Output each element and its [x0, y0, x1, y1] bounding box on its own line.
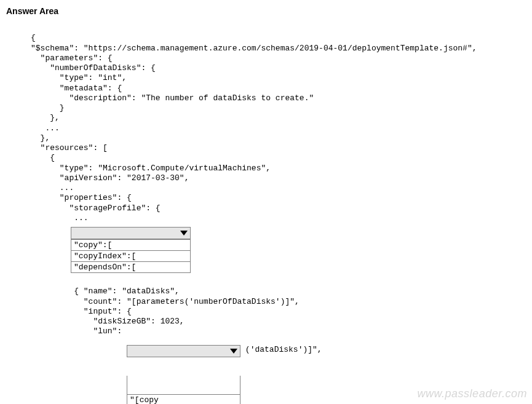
- code-line: "$schema": "https://schema.management.az…: [31, 44, 477, 53]
- chevron-down-icon: [230, 349, 237, 354]
- code-line: },: [31, 133, 50, 143]
- dropdown-2-option[interactable]: "[copy: [127, 394, 240, 404]
- chevron-down-icon: [180, 231, 188, 236]
- code-line: "parameters": {: [31, 53, 113, 63]
- code-line: "metadata": {: [31, 84, 122, 93]
- code-line: "count": "[parameters('numberOfDataDisks…: [31, 297, 300, 306]
- dropdown-2-options: "[copy "[copyIndex "[dependsOn: [127, 376, 240, 404]
- dropdown-1-option[interactable]: "dependsOn":[: [71, 261, 190, 272]
- code-line-suffix: ('dataDisks')]",: [240, 345, 322, 354]
- code-line: { "name": "dataDisks",: [31, 287, 180, 296]
- code-line: {: [31, 153, 55, 162]
- code-line: },: [31, 113, 60, 122]
- code-line: ...: [31, 213, 89, 223]
- dropdown-1-option[interactable]: "copy":[: [71, 239, 190, 250]
- code-line: "type": "int",: [31, 73, 127, 82]
- dropdown-1[interactable]: "copy":[ "copyIndex":[ "dependsOn":[: [71, 227, 532, 273]
- code-line: "input": {: [31, 307, 132, 316]
- dropdown-1-toggle[interactable]: [71, 227, 191, 239]
- dropdown-1-option[interactable]: "copyIndex":[: [71, 250, 190, 261]
- code-line: "numberOfDataDisks": {: [31, 63, 156, 73]
- code-block: { "$schema": "https://schema.management.…: [6, 23, 532, 223]
- code-line: "resources": [: [31, 143, 108, 152]
- code-line: "type": "Microsoft.Compute/virtualMachin…: [31, 164, 271, 173]
- code-line: }: [31, 103, 65, 113]
- code-line: "storageProfile": {: [31, 204, 161, 213]
- code-line: "apiVersion": "2017-03-30",: [31, 173, 189, 183]
- dropdown-2-toggle[interactable]: [127, 345, 240, 357]
- code-block: { "name": "dataDisks", "count": "[parame…: [6, 277, 532, 327]
- code-line: "properties": {: [31, 193, 132, 202]
- answer-area-title: Answer Area: [6, 6, 532, 16]
- code-line: "description": "The number of dataDisks …: [31, 93, 314, 103]
- dropdown-1-options: "copy":[ "copyIndex":[ "dependsOn":[: [71, 239, 191, 273]
- watermark: www.passleader.com: [418, 387, 527, 400]
- code-line-prefix: "lun":: [31, 327, 127, 336]
- code-line: "diskSizeGB": 1023,: [31, 317, 185, 326]
- code-line: ...: [31, 124, 60, 133]
- code-line: ...: [31, 183, 74, 192]
- code-line: {: [31, 33, 36, 42]
